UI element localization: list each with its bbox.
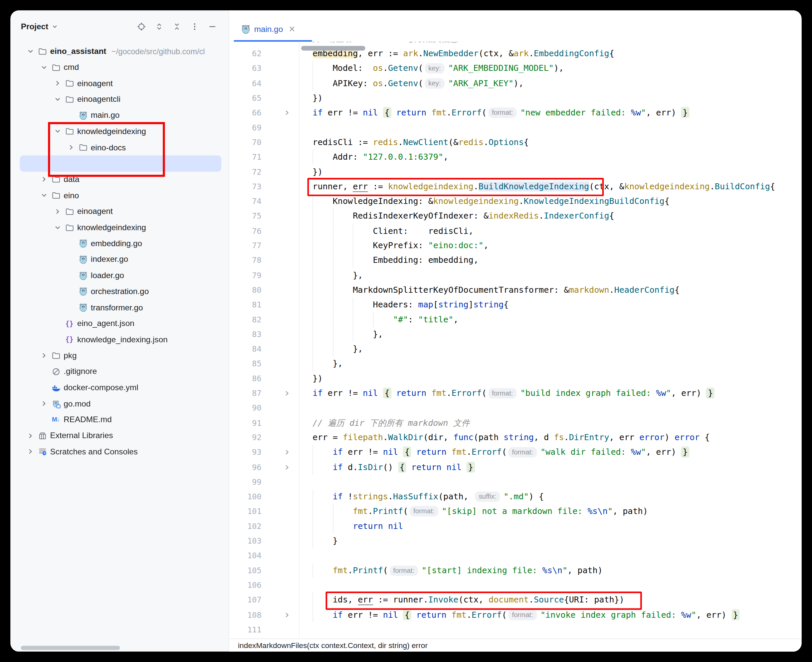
- tree-item-readme.md[interactable]: M↓README.md: [10, 411, 228, 427]
- chevron-spacer: [64, 288, 77, 296]
- chevron-right-icon[interactable]: [51, 207, 64, 215]
- code-line-72[interactable]: 72}): [229, 165, 801, 179]
- chevron-spacer: [64, 111, 77, 119]
- code-line-99[interactable]: 99: [229, 475, 801, 489]
- chevron-down-icon[interactable]: [38, 63, 50, 72]
- line-number: 80: [229, 283, 261, 297]
- chevron-down-icon[interactable]: [51, 95, 64, 103]
- editor-scrollbar-thumb[interactable]: [301, 46, 365, 51]
- tree-item-.gitignore[interactable]: .gitignore: [10, 363, 228, 379]
- line-number: 91: [229, 416, 261, 430]
- code-line-105[interactable]: 105 fmt.Printf(format:"[start] indexing …: [229, 563, 801, 578]
- code-line-78[interactable]: 78 Embedding: embedding,: [229, 253, 801, 268]
- code-line-85[interactable]: 85 },: [229, 357, 801, 371]
- code-line-65[interactable]: 65}): [229, 91, 801, 106]
- code-line-103[interactable]: 103 }: [229, 533, 801, 548]
- tree-item-transformer.go[interactable]: transformer.go: [10, 299, 228, 315]
- chevron-right-icon[interactable]: [38, 400, 50, 408]
- code-line-87[interactable]: 87if err != nil { return fmt.Errorf(form…: [229, 386, 801, 400]
- code-line-108[interactable]: 108 if err != nil { return fmt.Errorf(fo…: [229, 607, 801, 622]
- tree-item-external-libraries[interactable]: External Libraries: [10, 428, 228, 444]
- tree-item-eino-agent.json[interactable]: {}eino_agent.json: [10, 316, 228, 332]
- tree-item-scratches-and-consoles[interactable]: Scratches and Consoles: [10, 444, 228, 460]
- chevron-right-icon[interactable]: [38, 351, 50, 360]
- chevron-spacer: [64, 272, 77, 280]
- tree-item-einoagent[interactable]: einoagent: [10, 75, 228, 91]
- tab-close-icon[interactable]: [288, 26, 295, 32]
- code-line-92[interactable]: 92err = filepath.WalkDir(dir, func(path …: [229, 431, 801, 445]
- fold-arrow-icon[interactable]: [282, 445, 291, 460]
- tree-item-indexer.go[interactable]: indexer.go: [10, 252, 228, 267]
- annotation-red-box-line-73: [307, 178, 604, 196]
- code-line-102[interactable]: 102 return nil: [229, 519, 801, 533]
- tree-item-eino-assistant[interactable]: eino_assistant~/gocode/src/github.com/cl: [10, 43, 228, 59]
- line-number: 72: [229, 165, 261, 179]
- tree-item-label: docker-compose.yml: [64, 383, 138, 392]
- code-line-83[interactable]: 83 },: [229, 327, 801, 342]
- folder-icon: [50, 351, 61, 360]
- tab-main-go[interactable]: main.go: [234, 18, 303, 40]
- fold-arrow-icon[interactable]: [282, 460, 291, 474]
- code-line-77[interactable]: 77 KeyPrefix: "eino:doc:",: [229, 238, 801, 253]
- code-line-84[interactable]: 84 },: [229, 342, 801, 356]
- code-line-96[interactable]: 96 if d.IsDir() { return nil }: [229, 460, 801, 474]
- tree-item-einoagentcli[interactable]: einoagentcli: [10, 92, 228, 108]
- chevron-right-icon[interactable]: [24, 447, 37, 456]
- line-number: 63: [229, 61, 261, 76]
- code-line-81[interactable]: 81 Headers: map[string]string{: [229, 297, 801, 312]
- code-line-111[interactable]: 111: [229, 622, 801, 637]
- tree-item-embedding.go[interactable]: embedding.go: [10, 236, 228, 252]
- fold-arrow-icon[interactable]: [282, 386, 291, 400]
- tree-item-main.go[interactable]: main.go: [10, 108, 228, 124]
- tree-item-cmd[interactable]: cmd: [10, 59, 228, 75]
- code-line-74[interactable]: 74 KnowledgeIndexing: &knowledgeindexing…: [229, 194, 801, 209]
- code-line-79[interactable]: 79 },: [229, 268, 801, 283]
- tree-item-docker-compose.yml[interactable]: docker-compose.yml: [10, 379, 228, 395]
- code-line-86[interactable]: 86}): [229, 371, 801, 386]
- code-line-90[interactable]: 90: [229, 401, 801, 416]
- chevron-down-icon[interactable]: [51, 223, 64, 231]
- tree-item-knowledge-indexing.json[interactable]: {}knowledge_indexing.json: [10, 332, 228, 348]
- chevron-down-icon[interactable]: [24, 47, 37, 56]
- line-number: 100: [229, 489, 261, 504]
- tree-item-eino[interactable]: eino: [10, 187, 228, 203]
- tree-item-label: einoagent: [77, 79, 113, 88]
- code-line-75[interactable]: 75 RedisIndexerKeyOfIndexer: &indexRedis…: [229, 209, 801, 223]
- chevron-spacer: [38, 367, 50, 376]
- tree-item-label: einoagentcli: [77, 95, 121, 104]
- code-line-76[interactable]: 76 Client: redisCli,: [229, 223, 801, 238]
- chevron-right-icon[interactable]: [24, 431, 37, 440]
- tree-item-go.mod[interactable]: go.mod: [10, 395, 228, 411]
- code-line-70[interactable]: 70redisCli := redis.NewClient(&redis.Opt…: [229, 135, 801, 150]
- code-line-106[interactable]: 106: [229, 578, 801, 593]
- code-line-80[interactable]: 80 MarkdownSplitterKeyOfDocumentTransfor…: [229, 283, 801, 297]
- project-horizontal-scrollbar[interactable]: [21, 646, 120, 650]
- code-line-91[interactable]: 91// 遍历 dir 下的所有 markdown 文件: [229, 416, 801, 430]
- tree-item-knowledgeindexing[interactable]: knowledgeindexing: [10, 220, 228, 236]
- code-line-101[interactable]: 101 fmt.Printf(format:"[skip] not a mark…: [229, 504, 801, 519]
- code-line-71[interactable]: 71 Addr: "127.0.0.1:6379",: [229, 150, 801, 164]
- code-line-63[interactable]: 63 Model: os.Getenv(key:"ARK_EMBEDDING_M…: [229, 61, 801, 76]
- code-line-93[interactable]: 93 if err != nil { return fmt.Errorf(for…: [229, 445, 801, 460]
- panel-divider[interactable]: [228, 10, 229, 651]
- chevron-right-icon[interactable]: [51, 79, 64, 87]
- code-line-69[interactable]: 69: [229, 121, 801, 135]
- code-line-82[interactable]: 82 "#": "title",: [229, 312, 801, 327]
- tree-item-einoagent[interactable]: einoagent: [10, 204, 228, 220]
- go-icon: [77, 255, 88, 264]
- code-viewport[interactable]: 61// 请查看 README.md 获取相关信息62embedding, er…: [229, 42, 801, 638]
- tree-item-pkg[interactable]: pkg: [10, 348, 228, 363]
- code-line-104[interactable]: 104: [229, 549, 801, 563]
- fold-arrow-icon[interactable]: [282, 607, 291, 622]
- code-line-64[interactable]: 64 APIKey: os.Getenv(key:"ARK_API_KEY"),: [229, 76, 801, 91]
- tree-item-loader.go[interactable]: loader.go: [10, 267, 228, 283]
- tree-item-label: transformer.go: [91, 303, 143, 312]
- tree-item-orchestration.go[interactable]: orchestration.go: [10, 283, 228, 299]
- tree-item-label: knowledgeindexing: [77, 223, 146, 232]
- ide-window-stage: Project eino_assistant~/gocode/src/githu…: [0, 0, 812, 662]
- fold-arrow-icon[interactable]: [282, 106, 291, 120]
- chevron-down-icon[interactable]: [38, 191, 50, 199]
- annotation-red-box-line-107: [326, 591, 642, 610]
- code-line-66[interactable]: 66if err != nil { return fmt.Errorf(form…: [229, 106, 801, 120]
- code-line-100[interactable]: 100 if !strings.HasSuffix(path, suffix:"…: [229, 489, 801, 504]
